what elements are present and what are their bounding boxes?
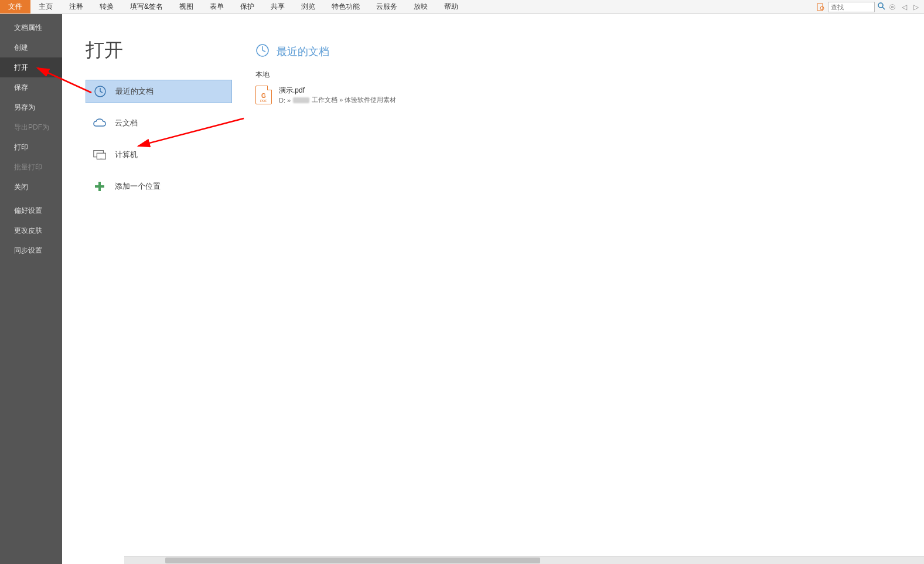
sidebar-save[interactable]: 保存	[0, 77, 62, 97]
clock-icon	[93, 84, 107, 98]
svg-line-16	[262, 50, 265, 52]
location-add-place[interactable]: 添加一个位置	[86, 175, 232, 198]
svg-point-2	[878, 3, 883, 8]
ribbon-tab-fill-sign[interactable]: 填写&签名	[122, 0, 171, 13]
find-page-icon[interactable]	[816, 2, 826, 12]
ribbon-tab-features[interactable]: 特色功能	[323, 0, 368, 13]
sidebar-open[interactable]: 打开	[0, 57, 62, 77]
recent-header: 最近的文档	[255, 43, 924, 59]
recent-file-item[interactable]: G PDF 演示.pdf D: » 工作文档 » 体验软件使用素材	[255, 83, 924, 107]
settings-gear-icon[interactable]	[888, 2, 897, 12]
location-label: 云文档	[115, 118, 138, 128]
svg-point-5	[892, 6, 894, 8]
ribbon-tab-convert[interactable]: 转换	[91, 0, 122, 13]
ribbon-tab-protect[interactable]: 保护	[232, 0, 262, 13]
location-recent-docs[interactable]: 最近的文档	[86, 80, 232, 103]
sidebar-preferences[interactable]: 偏好设置	[0, 201, 62, 220]
ribbon-tab-view[interactable]: 视图	[171, 0, 202, 13]
sidebar-close[interactable]: 关闭	[0, 177, 62, 197]
ribbon-tab-home[interactable]: 主页	[30, 0, 61, 13]
sidebar-batch-print[interactable]: 批量打印	[0, 157, 62, 177]
ribbon-bar: 文件 主页 注释 转换 填写&签名 视图 表单 保护 共享 浏览 特色功能 云服…	[0, 0, 924, 14]
ribbon-tab-browse[interactable]: 浏览	[293, 0, 323, 13]
computer-icon	[93, 148, 107, 162]
svg-line-8	[100, 91, 103, 93]
svg-rect-10	[97, 153, 105, 159]
sidebar-change-skin[interactable]: 更改皮肤	[0, 220, 62, 240]
sidebar-export-pdf[interactable]: 导出PDF为	[0, 117, 62, 137]
ribbon-tab-file[interactable]: 文件	[0, 0, 30, 13]
svg-point-1	[820, 6, 824, 10]
clock-icon	[255, 43, 270, 59]
next-nav-icon[interactable]: ▷	[911, 2, 920, 12]
file-menu-sidebar: 文档属性 创建 打开 保存 另存为 导出PDF为 打印 批量打印 关闭 偏好设置…	[0, 14, 62, 564]
ribbon-tab-comment[interactable]: 注释	[61, 0, 91, 13]
recent-header-label: 最近的文档	[277, 45, 329, 59]
location-label: 计算机	[115, 150, 138, 160]
sidebar-print[interactable]: 打印	[0, 137, 62, 157]
sidebar-doc-properties[interactable]: 文档属性	[0, 18, 62, 38]
location-cloud-docs[interactable]: 云文档	[86, 111, 232, 135]
ribbon-tab-slideshow[interactable]: 放映	[405, 0, 436, 13]
location-computer[interactable]: 计算机	[86, 143, 232, 167]
cloud-icon	[93, 116, 107, 130]
ribbon-tab-cloud[interactable]: 云服务	[368, 0, 405, 13]
search-submit-icon[interactable]	[877, 2, 885, 12]
svg-line-3	[882, 7, 885, 9]
svg-point-4	[890, 4, 895, 9]
ribbon-tab-share[interactable]: 共享	[262, 0, 293, 13]
scrollbar-thumb[interactable]	[165, 558, 540, 563]
open-panel-title: 打开	[86, 38, 232, 63]
horizontal-scrollbar[interactable]	[124, 556, 924, 564]
svg-rect-0	[817, 4, 823, 11]
file-path: D: » 工作文档 » 体验软件使用素材	[279, 96, 396, 104]
location-label: 最近的文档	[115, 86, 154, 97]
location-label: 添加一个位置	[115, 181, 161, 192]
open-panel: 打开 最近的文档 云文档	[62, 14, 924, 564]
pdf-file-icon: G PDF	[255, 86, 272, 104]
ribbon-tab-help[interactable]: 帮助	[436, 0, 466, 13]
ribbon-tab-form[interactable]: 表单	[202, 0, 232, 13]
sidebar-create[interactable]: 创建	[0, 38, 62, 57]
sidebar-sync-settings[interactable]: 同步设置	[0, 240, 62, 260]
redacted-segment	[293, 97, 309, 103]
local-section-label: 本地	[255, 70, 924, 80]
plus-icon	[93, 179, 107, 193]
sidebar-save-as[interactable]: 另存为	[0, 97, 62, 117]
prev-nav-icon[interactable]: ◁	[899, 2, 909, 12]
file-name: 演示.pdf	[279, 86, 396, 96]
search-input[interactable]	[828, 2, 875, 12]
